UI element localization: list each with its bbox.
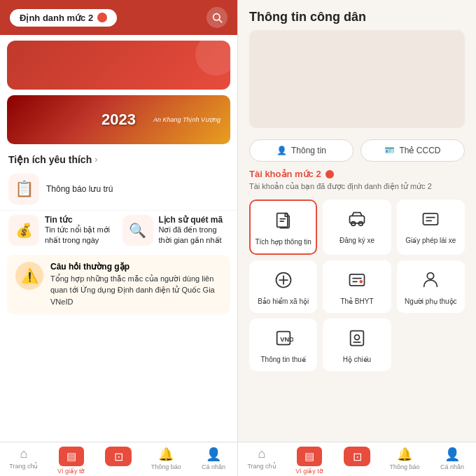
profile-right-icon: 👤 [444, 447, 460, 462]
right-panel: Thông tin công dân 👤 Thông tin 🪪 Thẻ CCC… [238, 0, 476, 476]
search-button[interactable] [206, 7, 227, 28]
service-ho-chieu[interactable]: Hộ chiếu [323, 318, 391, 371]
notification-nav-icon: 🔔 [158, 447, 174, 462]
profile-right-label: Cá nhân [440, 463, 464, 470]
service-giay-phep[interactable]: Giấy phép lái xe [397, 200, 465, 255]
svg-point-18 [428, 273, 434, 279]
news-title: Tin tức [45, 215, 115, 225]
ho-chieu-label: Hộ chiếu [343, 355, 371, 364]
notification-right-label: Thông báo [389, 463, 419, 470]
news-feature[interactable]: 💰 Tin tức Tin tức nổi bật mới nhất trong… [8, 215, 115, 246]
nav-home-right[interactable]: ⌂ Trang chủ [238, 447, 286, 475]
right-content: Tài khoản mức 2 Tài khoản của bạn đã đượ… [238, 169, 476, 442]
scan-right-icon-box: ⊡ [344, 447, 370, 466]
home-label: Trang chủ [9, 463, 38, 470]
tab-cccd[interactable]: 🪪 Thẻ CCCD [360, 139, 465, 162]
notification-nav-label: Thông báo [151, 463, 181, 470]
nguoi-phu-thuoc-icon [418, 267, 443, 293]
news-desc: Tin tức nổi bật mới nhất trong ngày [45, 225, 115, 246]
svg-rect-14 [349, 274, 364, 286]
service-bhyt[interactable]: Thẻ BHYT [323, 260, 391, 313]
service-dang-ky-xe[interactable]: Đăng ký xe [323, 200, 391, 255]
bhxh-icon [271, 267, 296, 293]
faq-title: Câu hỏi thường gặp [50, 262, 222, 272]
scan-history-feature[interactable]: 🔍 Lịch sử quét mã Nơi đã đến trong thời … [122, 215, 230, 246]
scan-icon: 🔍 [122, 215, 153, 246]
banner-2023: 2023 An Khang Thịnh Vượng [7, 95, 230, 144]
bhxh-label: Bảo hiểm xã hội [258, 297, 309, 306]
left-bottom-nav: ⌂ Trang chủ ▤ Ví giấy tờ ⊡ 🔔 Thông báo 👤… [0, 442, 237, 476]
tab-thong-tin[interactable]: 👤 Thông tin [249, 139, 354, 162]
nav-home-left[interactable]: ⌂ Trang chủ [0, 447, 48, 475]
thue-label: Thông tin thuế [260, 355, 305, 364]
account-level-dot [326, 170, 334, 178]
tich-hop-icon [271, 208, 296, 233]
favorites-section-header: Tiện ích yêu thích › [0, 150, 237, 168]
nav-wallet-left[interactable]: ▤ Ví giấy tờ [48, 447, 95, 475]
account-level-row: Tài khoản mức 2 [249, 169, 465, 179]
tich-hop-label: Tích hợp thông tin [255, 237, 312, 246]
svg-point-22 [354, 335, 359, 340]
nav-notification-left[interactable]: 🔔 Thông báo [142, 447, 190, 475]
identity-label: Định danh mức 2 [20, 13, 93, 23]
nguoi-phu-thuoc-label: Người phụ thuộc [405, 297, 457, 306]
profile-nav-label: Cá nhân [202, 463, 225, 470]
faq-section[interactable]: ⚠️ Câu hỏi thường gặp Tổng hợp những thắ… [7, 255, 230, 315]
nav-profile-right[interactable]: 👤 Cá nhân [428, 447, 476, 475]
nav-notification-right[interactable]: 🔔 Thông báo [381, 447, 428, 475]
info-tabs: 👤 Thông tin 🪪 Thẻ CCCD [238, 139, 476, 169]
services-grid: Tích hợp thông tin Đăng ký xe [249, 200, 465, 371]
profile-nav-icon: 👤 [206, 447, 221, 462]
service-bhxh[interactable]: Bảo hiểm xã hội [249, 260, 317, 313]
notification-icon: 📋 [8, 174, 39, 204]
chevron-right-icon: › [94, 155, 97, 164]
two-col-features: 💰 Tin tức Tin tức nổi bật mới nhất trong… [0, 211, 237, 251]
nav-scan-right[interactable]: ⊡ [333, 447, 381, 475]
nav-wallet-right[interactable]: ▤ Ví giấy tờ [286, 447, 333, 475]
svg-rect-21 [351, 331, 364, 346]
scan-title: Lịch sử quét mã [159, 215, 230, 225]
service-tich-hop[interactable]: Tích hợp thông tin [249, 200, 317, 255]
profile-placeholder [249, 30, 465, 128]
faq-icon: ⚠️ [15, 262, 43, 290]
banner-subtitle: An Khang Thịnh Vượng [153, 115, 220, 125]
right-bottom-nav: ⌂ Trang chủ ▤ Ví giấy tờ ⊡ 🔔 Thông báo 👤… [238, 442, 476, 476]
service-thue[interactable]: VND Thông tin thuế [249, 318, 317, 371]
right-header: Thông tin công dân [238, 0, 476, 139]
notification-right-icon: 🔔 [397, 447, 412, 462]
thong-tin-icon: 👤 [276, 146, 287, 155]
svg-line-1 [219, 20, 222, 22]
nav-scan-left[interactable]: ⊡ [95, 447, 143, 475]
nav-profile-left[interactable]: 👤 Cá nhân [190, 447, 237, 475]
scan-right-icon: ⊡ [353, 450, 362, 463]
home-right-icon: ⌂ [258, 447, 266, 461]
giay-phep-label: Giấy phép lái xe [405, 236, 456, 245]
identity-level-dot [97, 13, 107, 22]
wallet-right-icon: ▤ [304, 450, 314, 463]
identity-badge[interactable]: Định danh mức 2 [10, 9, 117, 27]
svg-text:VND: VND [280, 336, 293, 343]
wallet-label: Ví giấy tờ [57, 468, 85, 475]
bhyt-label: Thẻ BHYT [340, 297, 373, 306]
scan-desc: Nơi đã đến trong thời gian gần nhất [159, 225, 230, 246]
left-panel: Định danh mức 2 2023 An Khang Thịnh Vượn… [0, 0, 238, 476]
account-desc: Tài khoản của bạn đã được định danh điện… [249, 182, 465, 191]
service-nguoi-phu-thuoc[interactable]: Người phụ thuộc [397, 260, 465, 313]
svg-point-17 [359, 280, 363, 284]
svg-rect-8 [424, 214, 438, 225]
left-header: Định danh mức 2 [0, 0, 237, 35]
wallet-right-box: ▤ [297, 447, 322, 466]
banner-year: 2023 [102, 111, 136, 129]
home-right-label: Trang chủ [247, 463, 276, 470]
faq-desc: Tổng hợp những thắc mắc của người dùng l… [50, 273, 222, 308]
dang-ky-xe-label: Đăng ký xe [340, 236, 374, 245]
profile-card [7, 41, 230, 90]
giay-phep-icon [418, 206, 443, 232]
scan-center-icon: ⊡ [105, 447, 132, 466]
svg-rect-2 [276, 214, 287, 227]
wallet-right-label: Ví giấy tờ [295, 468, 323, 475]
bhyt-icon [344, 267, 370, 293]
thong-tin-label: Thông tin [291, 146, 326, 155]
wallet-icon: ▤ [66, 450, 76, 463]
notification-item[interactable]: 📋 Thông báo lưu trú [0, 168, 237, 211]
